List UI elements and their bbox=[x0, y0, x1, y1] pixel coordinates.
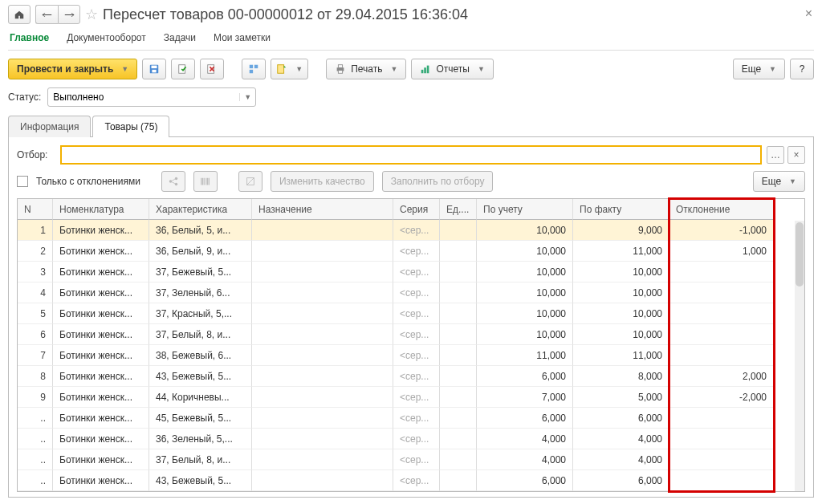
table-cell[interactable]: 6,000 bbox=[477, 408, 573, 429]
table-cell[interactable] bbox=[669, 429, 774, 449]
table-cell[interactable]: <сер... bbox=[393, 303, 440, 324]
column-header-n[interactable]: N bbox=[18, 199, 53, 220]
table-cell[interactable]: 11,000 bbox=[573, 345, 669, 366]
table-cell[interactable]: Ботинки женск... bbox=[53, 408, 149, 429]
table-cell[interactable]: <сер... bbox=[393, 220, 440, 241]
table-cell[interactable] bbox=[440, 429, 477, 449]
row-index[interactable]: 6 bbox=[18, 324, 53, 345]
column-header-series[interactable]: Серия bbox=[393, 199, 440, 220]
unpost-button[interactable] bbox=[200, 59, 224, 79]
table-cell[interactable]: -1,000 bbox=[669, 220, 774, 241]
table-cell[interactable]: <сер... bbox=[393, 408, 440, 429]
structure-button[interactable] bbox=[242, 59, 266, 79]
row-index[interactable]: .. bbox=[18, 408, 53, 429]
table-cell[interactable]: Ботинки женск... bbox=[53, 220, 149, 241]
vertical-scrollbar[interactable] bbox=[795, 221, 804, 491]
table-cell[interactable] bbox=[252, 303, 393, 324]
table-cell[interactable]: 4,000 bbox=[477, 429, 573, 449]
row-index[interactable]: .. bbox=[18, 449, 53, 470]
print-button[interactable]: Печать ▼ bbox=[326, 59, 406, 79]
post-button[interactable] bbox=[171, 59, 195, 79]
row-index[interactable]: .. bbox=[18, 429, 53, 449]
table-cell[interactable]: Ботинки женск... bbox=[53, 345, 149, 366]
tab-main[interactable]: Главное bbox=[10, 32, 49, 43]
table-cell[interactable]: 2,000 bbox=[669, 366, 774, 387]
table-cell[interactable]: 6,000 bbox=[573, 408, 669, 429]
post-and-close-button[interactable]: Провести и закрыть ▼ bbox=[8, 59, 137, 79]
table-cell[interactable] bbox=[440, 387, 477, 408]
table-cell[interactable]: 4,000 bbox=[477, 449, 573, 470]
back-button[interactable]: 🡐 bbox=[35, 5, 58, 24]
table-cell[interactable] bbox=[252, 220, 393, 241]
table-cell[interactable]: 1,000 bbox=[669, 241, 774, 262]
table-cell[interactable]: 4,000 bbox=[573, 429, 669, 449]
table-cell[interactable] bbox=[669, 262, 774, 282]
tab-goods[interactable]: Товары (75) bbox=[92, 116, 169, 137]
table-cell[interactable]: 37, Бежевый, 5... bbox=[149, 262, 252, 282]
table-cell[interactable]: <сер... bbox=[393, 387, 440, 408]
table-cell[interactable] bbox=[669, 449, 774, 470]
table-cell[interactable]: 11,000 bbox=[573, 241, 669, 262]
table-cell[interactable]: 10,000 bbox=[477, 303, 573, 324]
row-index[interactable]: .. bbox=[18, 470, 53, 491]
table-cell[interactable]: 11,000 bbox=[477, 345, 573, 366]
table-cell[interactable]: 4,000 bbox=[573, 449, 669, 470]
more-button[interactable]: Еще ▼ bbox=[733, 59, 785, 79]
table-cell[interactable] bbox=[252, 387, 393, 408]
table-cell[interactable]: 10,000 bbox=[573, 282, 669, 303]
table-cell[interactable]: <сер... bbox=[393, 282, 440, 303]
tab-notes[interactable]: Мои заметки bbox=[214, 32, 271, 43]
filter-select-button[interactable]: … bbox=[767, 146, 784, 164]
table-cell[interactable] bbox=[669, 345, 774, 366]
table-cell[interactable]: 10,000 bbox=[477, 282, 573, 303]
table-cell[interactable]: <сер... bbox=[393, 262, 440, 282]
table-cell[interactable]: <сер... bbox=[393, 241, 440, 262]
fill-button[interactable] bbox=[238, 171, 262, 192]
column-header-dev[interactable]: Отклонение bbox=[669, 199, 774, 220]
table-cell[interactable] bbox=[440, 282, 477, 303]
table-cell[interactable]: 6,000 bbox=[573, 470, 669, 491]
share-button[interactable] bbox=[161, 171, 185, 192]
table-cell[interactable] bbox=[440, 470, 477, 491]
table-cell[interactable] bbox=[252, 324, 393, 345]
table-cell[interactable] bbox=[252, 345, 393, 366]
table-cell[interactable] bbox=[252, 408, 393, 429]
help-button[interactable]: ? bbox=[790, 59, 814, 79]
column-header-byFact[interactable]: По факту bbox=[573, 199, 669, 220]
table-cell[interactable]: <сер... bbox=[393, 449, 440, 470]
table-cell[interactable] bbox=[252, 429, 393, 449]
row-index[interactable]: 4 bbox=[18, 282, 53, 303]
table-cell[interactable] bbox=[440, 303, 477, 324]
table-cell[interactable]: Ботинки женск... bbox=[53, 429, 149, 449]
table-cell[interactable]: Ботинки женск... bbox=[53, 303, 149, 324]
table-cell[interactable]: 8,000 bbox=[573, 366, 669, 387]
row-index[interactable]: 2 bbox=[18, 241, 53, 262]
close-icon[interactable]: × bbox=[805, 6, 812, 21]
table-cell[interactable] bbox=[252, 282, 393, 303]
table-cell[interactable] bbox=[440, 262, 477, 282]
table-cell[interactable]: Ботинки женск... bbox=[53, 282, 149, 303]
column-header-assign[interactable]: Назначение bbox=[252, 199, 393, 220]
table-cell[interactable]: 38, Бежевый, 6... bbox=[149, 345, 252, 366]
table-cell[interactable] bbox=[440, 449, 477, 470]
chevron-down-icon[interactable]: ▼ bbox=[239, 93, 255, 101]
table-cell[interactable]: <сер... bbox=[393, 324, 440, 345]
table-cell[interactable]: <сер... bbox=[393, 345, 440, 366]
goods-more-button[interactable]: Еще ▼ bbox=[753, 171, 805, 192]
table-cell[interactable] bbox=[669, 303, 774, 324]
table-cell[interactable]: 43, Бежевый, 5... bbox=[149, 470, 252, 491]
table-cell[interactable]: 43, Бежевый, 5... bbox=[149, 366, 252, 387]
table-cell[interactable]: 10,000 bbox=[573, 324, 669, 345]
column-header-nomen[interactable]: Номенклатура bbox=[53, 199, 149, 220]
table-cell[interactable] bbox=[252, 262, 393, 282]
column-header-byAccount[interactable]: По учету bbox=[477, 199, 573, 220]
table-cell[interactable]: Ботинки женск... bbox=[53, 324, 149, 345]
table-cell[interactable]: 5,000 bbox=[573, 387, 669, 408]
table-cell[interactable]: Ботинки женск... bbox=[53, 387, 149, 408]
table-cell[interactable]: 44, Коричневы... bbox=[149, 387, 252, 408]
table-cell[interactable]: 10,000 bbox=[477, 220, 573, 241]
table-cell[interactable]: Ботинки женск... bbox=[53, 262, 149, 282]
row-index[interactable]: 1 bbox=[18, 220, 53, 241]
table-cell[interactable]: 10,000 bbox=[573, 262, 669, 282]
save-button[interactable] bbox=[142, 59, 166, 79]
